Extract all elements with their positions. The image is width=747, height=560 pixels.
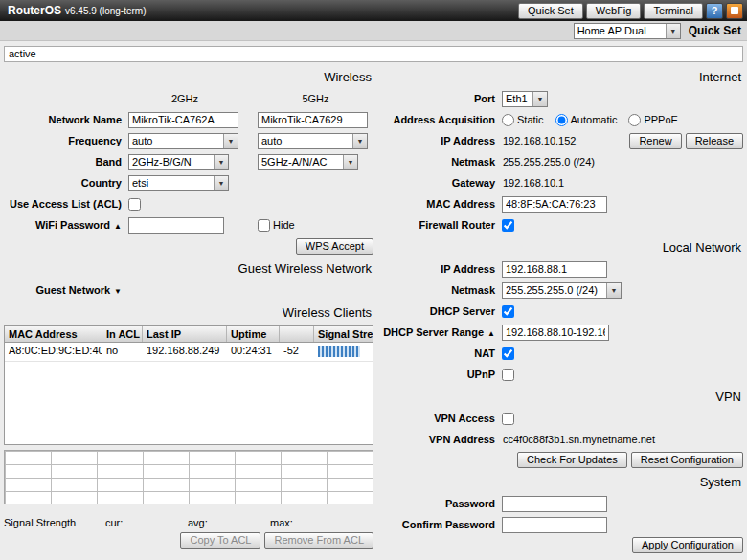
firewall-router-checkbox[interactable]: [502, 219, 514, 232]
table-row[interactable]: A8:0C:ED:9C:ED:40 no 192.168.88.249 00:2…: [5, 343, 373, 362]
port-select[interactable]: Eth1 ▼: [502, 91, 548, 107]
hide-label: Hide: [273, 219, 295, 231]
upnp-checkbox[interactable]: [502, 369, 514, 381]
vpn-address-row: VPN Address cc4f0c88f3b1.sn.mynetname.ne…: [383, 429, 743, 450]
use-access-list-checkbox[interactable]: [128, 198, 141, 211]
help-button[interactable]: ?: [706, 3, 723, 19]
frequency-row: Frequency auto ▼ auto ▼: [4, 130, 374, 151]
reset-configuration-button[interactable]: Reset Configuration: [631, 452, 743, 468]
hide-password-checkbox[interactable]: [258, 219, 270, 232]
client-uptime: 00:24:31: [227, 343, 280, 361]
col-blank[interactable]: [280, 326, 314, 342]
dhcp-server-checkbox[interactable]: [502, 305, 514, 318]
automatic-radio-option[interactable]: Automatic: [555, 114, 618, 126]
wan-ip-label: IP Address: [383, 135, 502, 146]
confirm-password-row: Confirm Password: [383, 514, 743, 535]
address-acquisition-label: Address Acquisition: [383, 114, 502, 125]
column-header-5ghz: 5GHz: [258, 93, 374, 104]
dhcp-range-row: DHCP Server Range▲: [383, 322, 743, 343]
apply-configuration-button[interactable]: Apply Configuration: [632, 537, 743, 553]
confirm-password-input[interactable]: [502, 517, 607, 533]
dhcp-range-label: DHCP Server Range: [383, 326, 484, 338]
mac-address-input[interactable]: [502, 196, 607, 213]
table-header: MAC Address In ACL Last IP Uptime Signal…: [5, 326, 373, 343]
wps-accept-button[interactable]: WPS Accept: [296, 238, 374, 255]
collapse-up-icon[interactable]: ▲: [110, 222, 122, 231]
nav-quick-set-button[interactable]: Quick Set: [518, 3, 583, 19]
password-label: Password: [383, 498, 502, 509]
col-uptime[interactable]: Uptime: [227, 326, 280, 342]
automatic-radio[interactable]: [555, 114, 568, 126]
nat-checkbox[interactable]: [502, 347, 514, 360]
country-select[interactable]: etsi ▼: [128, 175, 229, 191]
renew-button[interactable]: Renew: [629, 133, 681, 149]
frequency-2ghz-select[interactable]: auto ▼: [128, 133, 238, 149]
brand-name: RouterOS: [8, 4, 61, 17]
upnp-label: UPnP: [383, 369, 502, 380]
hide-password-toggle[interactable]: Hide: [258, 219, 295, 232]
band-2ghz-select[interactable]: 2GHz-B/G/N ▼: [128, 154, 229, 170]
wireless-clients-table: MAC Address In ACL Last IP Uptime Signal…: [4, 325, 374, 445]
local-network-section-title: Local Network: [383, 235, 743, 258]
address-acquisition-row: Address Acquisition Static Automatic PPP…: [383, 109, 743, 130]
chevron-down-icon: ▼: [352, 134, 367, 148]
pppoe-radio-option[interactable]: PPPoE: [628, 114, 677, 126]
question-mark-icon: ?: [712, 5, 718, 17]
pppoe-radio-label: PPPoE: [644, 114, 677, 125]
port-row: Port Eth1 ▼: [383, 88, 743, 109]
static-radio-option[interactable]: Static: [502, 114, 544, 126]
chevron-down-icon: ▼: [214, 176, 228, 190]
guest-network-row: Guest Network▼: [4, 280, 374, 301]
network-name-row: Network Name: [4, 109, 374, 130]
nav-terminal-button[interactable]: Terminal: [644, 3, 703, 19]
gateway-label: Gateway: [383, 177, 502, 189]
lan-ip-input[interactable]: [502, 261, 607, 278]
wifi-password-input[interactable]: [128, 217, 224, 234]
check-for-updates-button[interactable]: Check For Updates: [517, 452, 627, 468]
band-5ghz-select[interactable]: 5GHz-A/N/AC ▼: [258, 154, 358, 170]
winbox-button[interactable]: [726, 3, 743, 19]
static-radio[interactable]: [502, 114, 514, 126]
system-section-title: System: [383, 470, 743, 493]
expand-down-icon[interactable]: ▼: [110, 287, 122, 296]
wps-row: WPS Accept: [4, 235, 374, 257]
brand: RouterOS v6.45.9 (long-term): [4, 4, 147, 17]
col-last-ip[interactable]: Last IP: [143, 326, 227, 342]
dhcp-range-input[interactable]: [502, 325, 609, 341]
dhcp-server-row: DHCP Server: [383, 301, 743, 322]
graph-max-label: max:: [270, 517, 293, 528]
wireless-clients-section-title: Wireless Clients: [4, 301, 374, 324]
port-label: Port: [383, 93, 502, 104]
col-mac-address[interactable]: MAC Address: [5, 326, 102, 342]
gateway-row: Gateway 192.168.10.1: [383, 172, 743, 193]
graph-avg-label: avg:: [188, 517, 270, 528]
col-in-acl[interactable]: In ACL: [102, 326, 143, 342]
nat-label: NAT: [383, 347, 502, 359]
page-title: Quick Set: [689, 24, 741, 37]
collapse-up-icon[interactable]: ▲: [484, 329, 495, 338]
vpn-section-title: VPN: [383, 385, 743, 408]
wan-ip-row: IP Address 192.168.10.152 Renew Release: [383, 130, 743, 151]
guest-network-label: Guest Network: [35, 284, 110, 296]
mode-select[interactable]: Home AP Dual ▼: [574, 23, 681, 39]
nav-webfig-button[interactable]: WebFig: [586, 3, 642, 19]
chevron-down-icon: ▼: [343, 155, 357, 169]
password-row: Password: [383, 493, 743, 514]
lan-netmask-select[interactable]: 255.255.255.0 (/24) ▼: [502, 282, 622, 299]
frequency-5ghz-select[interactable]: auto ▼: [258, 133, 368, 149]
vpn-access-checkbox[interactable]: [502, 413, 514, 425]
country-row: Country etsi ▼: [4, 172, 374, 193]
wireless-panel: Wireless 2GHz 5GHz Network Name Frequenc…: [4, 65, 374, 555]
remove-from-acl-button[interactable]: Remove From ACL: [264, 532, 374, 549]
pppoe-radio[interactable]: [628, 114, 641, 126]
network-name-5ghz-input[interactable]: [258, 112, 368, 128]
password-input[interactable]: [502, 496, 607, 512]
vpn-address-value: cc4f0c88f3b1.sn.mynetname.net: [502, 434, 655, 445]
network-name-2ghz-input[interactable]: [128, 112, 238, 128]
chevron-down-icon: ▼: [214, 155, 228, 169]
col-signal-strength[interactable]: Signal Strength: [314, 326, 373, 342]
copy-to-acl-button[interactable]: Copy To ACL: [180, 532, 260, 549]
country-label: Country: [4, 177, 128, 189]
column-header-2ghz: 2GHz: [128, 93, 241, 104]
release-button[interactable]: Release: [686, 133, 743, 149]
